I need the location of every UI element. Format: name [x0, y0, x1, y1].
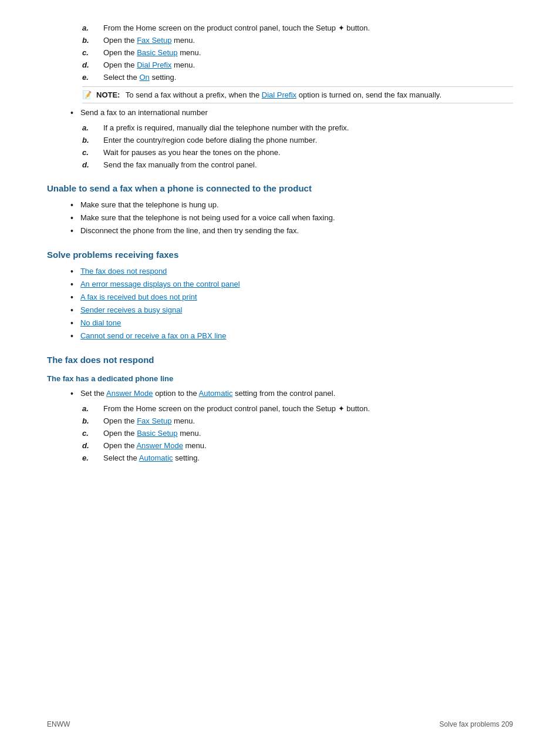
- step-c: c. Open the Basic Setup menu.: [82, 48, 513, 57]
- solve-link-5[interactable]: No dial tone: [80, 318, 121, 327]
- unable-bullets: Make sure that the telephone is hung up.…: [70, 200, 513, 236]
- intl-steps-list: a. If a prefix is required, manually dia…: [82, 123, 513, 169]
- step-b: b. Open the Fax Setup menu.: [82, 36, 513, 45]
- automatic-link-2[interactable]: Automatic: [139, 453, 173, 462]
- intl-step-d: d. Send the fax manually from the contro…: [82, 160, 513, 169]
- steps-list-top: a. From the Home screen on the product c…: [82, 23, 513, 82]
- dedicated-phone-line-heading: The fax has a dedicated phone line: [47, 374, 513, 383]
- note-box: 📝 NOTE: To send a fax without a prefix, …: [82, 86, 513, 103]
- international-bullet: Send a fax to an international number: [70, 108, 513, 117]
- solve-link-4[interactable]: Sender receives a busy signal: [80, 305, 182, 314]
- fax-setup-link-1[interactable]: Fax Setup: [137, 36, 171, 45]
- dedicated-bullet-1: Set the Answer Mode option to the Automa…: [70, 389, 513, 398]
- intl-step-b: b. Enter the country/region code before …: [82, 136, 513, 145]
- basic-setup-link-1[interactable]: Basic Setup: [137, 48, 177, 57]
- page-content: a. From the Home screen on the product c…: [0, 0, 560, 502]
- note-label: NOTE:: [96, 90, 120, 99]
- unable-section-heading: Unable to send a fax when a phone is con…: [47, 183, 513, 193]
- setup-icon: ✦: [338, 23, 347, 32]
- intl-step-a: a. If a prefix is required, manually dia…: [82, 123, 513, 132]
- answer-mode-link-2[interactable]: Answer Mode: [136, 441, 183, 450]
- unable-bullet-2: Make sure that the telephone is not bein…: [70, 213, 513, 223]
- fax-setup-link-2[interactable]: Fax Setup: [137, 416, 171, 425]
- solve-section-heading: Solve problems receiving faxes: [47, 250, 513, 260]
- ded-step-b: b. Open the Fax Setup menu.: [82, 416, 513, 425]
- unable-bullet-3: Disconnect the phone from the line, and …: [70, 226, 513, 236]
- unable-bullet-1: Make sure that the telephone is hung up.: [70, 200, 513, 210]
- ded-step-d: d. Open the Answer Mode menu.: [82, 441, 513, 450]
- footer-right: Solve fax problems 209: [440, 720, 513, 728]
- step-d: d. Open the Dial Prefix menu.: [82, 61, 513, 69]
- dial-prefix-link-note[interactable]: Dial Prefix: [262, 90, 296, 99]
- solve-link-item-2: An error message displays on the control…: [70, 280, 513, 289]
- note-icon: 📝: [82, 90, 92, 99]
- solve-link-item-4: Sender receives a busy signal: [70, 305, 513, 315]
- step-a-text: From the Home screen on the product cont…: [103, 23, 336, 32]
- solve-link-1[interactable]: The fax does not respond: [80, 267, 167, 275]
- intl-step-c: c. Wait for pauses as you hear the tones…: [82, 148, 513, 157]
- ded-step-a: a. From the Home screen on the product c…: [82, 404, 513, 413]
- solve-links-list: The fax does not respond An error messag…: [70, 267, 513, 341]
- step-a: a. From the Home screen on the product c…: [82, 23, 513, 32]
- solve-link-item-3: A fax is received but does not print: [70, 293, 513, 302]
- solve-link-item-1: The fax does not respond: [70, 267, 513, 276]
- page-footer: ENWW Solve fax problems 209: [47, 720, 513, 728]
- footer-left: ENWW: [47, 720, 70, 728]
- step-e: e. Select the On setting.: [82, 73, 513, 82]
- international-bullet-list: Send a fax to an international number: [70, 108, 513, 117]
- basic-setup-link-2[interactable]: Basic Setup: [137, 429, 177, 438]
- automatic-link-1[interactable]: Automatic: [199, 389, 233, 398]
- solve-link-3[interactable]: A fax is received but does not print: [80, 293, 197, 301]
- answer-mode-link-1[interactable]: Answer Mode: [106, 389, 153, 398]
- ded-step-e: e. Select the Automatic setting.: [82, 453, 513, 462]
- solve-link-6[interactable]: Cannot send or receive a fax on a PBX li…: [80, 331, 227, 340]
- fax-not-respond-heading: The fax does not respond: [47, 355, 513, 365]
- dial-prefix-link-1[interactable]: Dial Prefix: [137, 61, 171, 69]
- solve-link-item-5: No dial tone: [70, 318, 513, 328]
- solve-link-item-6: Cannot send or receive a fax on a PBX li…: [70, 331, 513, 341]
- dedicated-bullets: Set the Answer Mode option to the Automa…: [70, 389, 513, 398]
- solve-link-2[interactable]: An error message displays on the control…: [80, 280, 240, 288]
- dedicated-steps-list: a. From the Home screen on the product c…: [82, 404, 513, 462]
- setup-icon-2: ✦: [338, 404, 347, 413]
- on-link[interactable]: On: [139, 73, 149, 82]
- ded-step-c: c. Open the Basic Setup menu.: [82, 429, 513, 438]
